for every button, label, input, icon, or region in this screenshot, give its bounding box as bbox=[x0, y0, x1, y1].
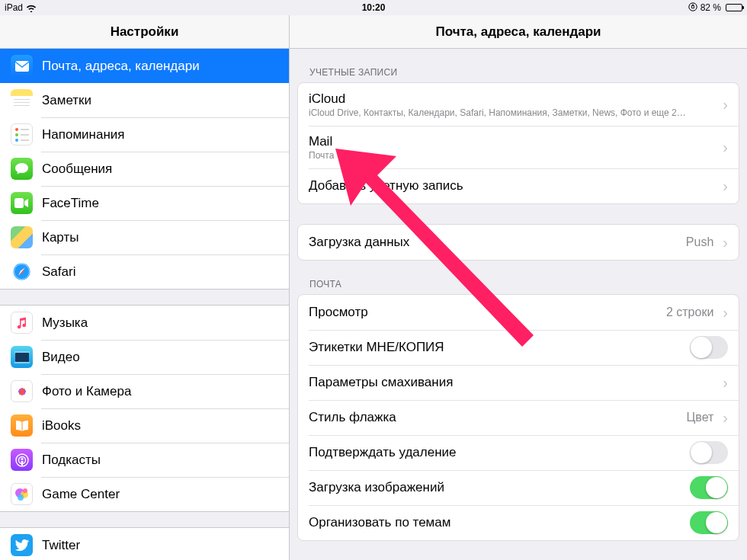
device-label: iPad bbox=[5, 2, 23, 13]
sidebar-item-label: Заметки bbox=[42, 93, 91, 108]
accounts-group: iCloud iCloud Drive, Контакты, Календари… bbox=[297, 82, 739, 204]
svg-point-18 bbox=[21, 457, 23, 459]
chevron-right-icon: › bbox=[723, 375, 728, 390]
flag-style-row[interactable]: Стиль флажка Цвет › bbox=[298, 400, 739, 435]
svg-rect-6 bbox=[14, 351, 30, 353]
orientation-lock-icon bbox=[688, 2, 697, 14]
twitter-icon bbox=[11, 534, 33, 556]
safari-icon bbox=[11, 261, 33, 283]
notes-icon bbox=[11, 89, 33, 111]
add-account-row[interactable]: Добавить учетную запись › bbox=[298, 168, 739, 203]
sidebar-item-music[interactable]: Музыка bbox=[0, 306, 289, 340]
sidebar-item-label: iBooks bbox=[42, 418, 81, 434]
sidebar-scroll[interactable]: Почта, адреса, календари Заметки Напомин… bbox=[0, 49, 289, 560]
sidebar-item-label: Видео bbox=[42, 350, 80, 365]
sidebar-item-messages[interactable]: Сообщения bbox=[0, 152, 289, 186]
chevron-right-icon: › bbox=[723, 410, 728, 425]
organize-thread-row[interactable]: Организовать по темам bbox=[298, 505, 739, 540]
account-title: Mail bbox=[309, 134, 720, 149]
sidebar-item-label: Twitter bbox=[42, 538, 80, 553]
svg-point-22 bbox=[23, 488, 27, 493]
load-images-row[interactable]: Загрузка изображений bbox=[298, 470, 739, 505]
svg-rect-1 bbox=[15, 61, 29, 72]
sidebar-item-label: Подкасты bbox=[42, 453, 101, 468]
detail-title: Почта, адреса, календари bbox=[290, 15, 747, 49]
sidebar-item-twitter[interactable]: Twitter bbox=[0, 528, 289, 560]
sidebar-group: Почта, адреса, календари Заметки Напомин… bbox=[0, 49, 289, 290]
sidebar-group: Twitter bbox=[0, 527, 289, 560]
organize-thread-switch[interactable] bbox=[690, 511, 728, 534]
load-images-label: Загрузка изображений bbox=[309, 480, 444, 495]
wifi-icon bbox=[26, 4, 37, 12]
mail-section-header: ПОЧТА bbox=[297, 261, 739, 294]
sidebar-item-safari[interactable]: Safari bbox=[0, 254, 289, 289]
sidebar-item-ibooks[interactable]: iBooks bbox=[0, 408, 289, 443]
svg-rect-7 bbox=[14, 362, 30, 363]
fetch-group: Загрузка данных Push › bbox=[297, 224, 739, 261]
confirm-delete-label: Подтверждать удаление bbox=[309, 445, 457, 460]
to-cc-label: Этикетки МНЕ/КОПИЯ bbox=[309, 340, 444, 355]
svg-rect-5 bbox=[15, 353, 29, 362]
confirm-delete-row[interactable]: Подтверждать удаление bbox=[298, 435, 739, 470]
fetch-label: Загрузка данных bbox=[309, 235, 409, 250]
sidebar-item-reminders[interactable]: Напоминания bbox=[0, 117, 289, 152]
chevron-right-icon: › bbox=[723, 97, 728, 112]
flag-value: Цвет bbox=[686, 411, 713, 424]
podcasts-icon bbox=[11, 449, 33, 471]
to-cc-label-row[interactable]: Этикетки МНЕ/КОПИЯ bbox=[298, 330, 739, 365]
account-row-icloud[interactable]: iCloud iCloud Drive, Контакты, Календари… bbox=[298, 83, 739, 126]
account-row-mail[interactable]: Mail Почта › bbox=[298, 126, 739, 168]
sidebar-title: Настройки bbox=[0, 15, 289, 49]
sidebar-item-label: Почта, адреса, календари bbox=[42, 59, 200, 74]
preview-row[interactable]: Просмотр 2 строки › bbox=[298, 295, 739, 330]
sidebar-item-notes[interactable]: Заметки bbox=[0, 83, 289, 117]
detail-scroll[interactable]: УЧЕТНЫЕ ЗАПИСИ iCloud iCloud Drive, Конт… bbox=[290, 49, 747, 560]
load-images-switch[interactable] bbox=[690, 476, 728, 499]
battery-icon bbox=[726, 4, 742, 11]
sidebar-item-label: Напоминания bbox=[42, 127, 125, 142]
sidebar-item-label: Game Center bbox=[42, 487, 120, 502]
sidebar-item-photos-camera[interactable]: Фото и Камера bbox=[0, 374, 289, 408]
account-title: iCloud bbox=[309, 91, 720, 107]
detail-pane: Почта, адреса, календари УЧЕТНЫЕ ЗАПИСИ … bbox=[290, 15, 747, 560]
sidebar-item-mail-contacts-calendars[interactable]: Почта, адреса, календари bbox=[0, 49, 289, 83]
accounts-section-header: УЧЕТНЫЕ ЗАПИСИ bbox=[297, 49, 739, 82]
mail-settings-group: Просмотр 2 строки › Этикетки МНЕ/КОПИЯ П… bbox=[297, 294, 739, 541]
account-sub: Почта bbox=[309, 150, 697, 161]
messages-icon bbox=[11, 158, 33, 180]
sidebar-item-video[interactable]: Видео bbox=[0, 340, 289, 374]
status-bar: iPad 10:20 82 % bbox=[0, 0, 747, 15]
fetch-row[interactable]: Загрузка данных Push › bbox=[298, 225, 739, 260]
sidebar-item-label: Фото и Камера bbox=[42, 384, 131, 399]
chevron-right-icon: › bbox=[723, 139, 728, 155]
sidebar-item-label: Карты bbox=[42, 230, 79, 245]
sidebar-item-label: FaceTime bbox=[42, 196, 99, 211]
organize-thread-label: Организовать по темам bbox=[309, 515, 450, 530]
chevron-right-icon: › bbox=[723, 178, 728, 194]
swipe-label: Параметры смахивания bbox=[309, 375, 453, 390]
account-sub: iCloud Drive, Контакты, Календари, Safar… bbox=[309, 107, 697, 118]
svg-rect-2 bbox=[14, 198, 24, 208]
sidebar-item-game-center[interactable]: Game Center bbox=[0, 477, 289, 511]
sidebar-item-label: Safari bbox=[42, 264, 75, 280]
music-icon bbox=[11, 312, 33, 334]
add-account-label: Добавить учетную запись bbox=[309, 178, 463, 194]
ibooks-icon bbox=[11, 414, 33, 437]
svg-point-21 bbox=[18, 494, 24, 501]
game-center-icon bbox=[11, 483, 33, 505]
sidebar-item-label: Сообщения bbox=[42, 162, 112, 177]
swipe-options-row[interactable]: Параметры смахивания › bbox=[298, 365, 739, 400]
settings-sidebar: Настройки Почта, адреса, календари Замет… bbox=[0, 15, 290, 560]
chevron-right-icon: › bbox=[723, 305, 728, 320]
photos-icon bbox=[11, 380, 33, 402]
to-cc-switch[interactable] bbox=[690, 336, 728, 359]
video-icon bbox=[11, 346, 33, 368]
mail-icon bbox=[11, 55, 33, 77]
sidebar-item-maps[interactable]: Карты bbox=[0, 220, 289, 254]
confirm-delete-switch[interactable] bbox=[690, 441, 728, 464]
sidebar-item-facetime[interactable]: FaceTime bbox=[0, 186, 289, 220]
fetch-value: Push bbox=[686, 235, 713, 249]
facetime-icon bbox=[11, 192, 33, 214]
sidebar-item-podcasts[interactable]: Подкасты bbox=[0, 443, 289, 477]
maps-icon bbox=[11, 226, 33, 248]
